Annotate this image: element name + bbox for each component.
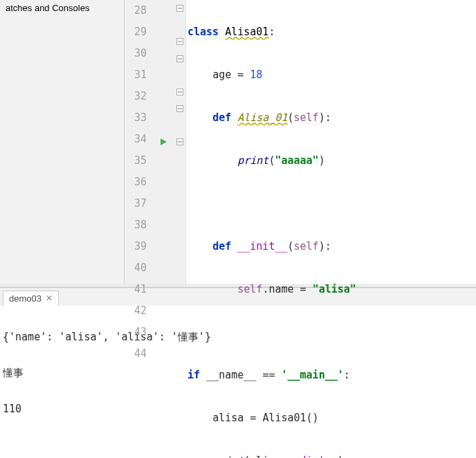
line-number: 30 [131,43,147,64]
upper-pane: atches and Consoles 28 29 30 31 32 33 34… [0,0,476,284]
line-number: 37 [131,193,147,214]
kw-if: if [187,369,200,381]
fold-icon[interactable] [176,84,183,100]
str-aaaaa: "aaaaa" [275,154,318,167]
fold-icon[interactable] [176,134,183,150]
field-age: age [212,68,231,81]
kw-def: def [212,240,231,253]
attr-dict: __dict__ [288,455,338,458]
fold-icon[interactable] [176,33,183,50]
run-icon[interactable] [159,134,167,150]
fn-init: __init__ [237,240,287,253]
var-alisa: alisa [212,412,244,424]
side-panel[interactable]: atches and Consoles [0,0,125,284]
line-number: 43 [131,322,147,343]
console-tab[interactable]: demo03 ✕ [3,291,59,306]
op-eq: == [262,369,275,381]
kw-def: def [212,111,231,124]
str-alisa: "alisa" [313,283,356,295]
line-number: 32 [131,86,147,107]
line-number: 38 [131,214,147,236]
line-number: 28 [131,0,147,21]
line-number: 42 [131,300,147,322]
line-number-column: 28 29 30 31 32 33 34 35 36 37 38 39 40 4… [125,0,152,284]
param-self: self [294,240,319,253]
editor-area[interactable]: 28 29 30 31 32 33 34 35 36 37 38 39 40 4… [125,0,476,284]
line-number: 33 [131,107,147,129]
close-icon[interactable]: ✕ [46,293,53,303]
fold-end-icon[interactable] [176,51,183,67]
fn-Alisa_01: Alisa_01 [237,111,287,124]
gutter-icon-column [152,0,174,284]
side-panel-item[interactable]: atches and Consoles [6,3,89,13]
line-number: 31 [131,64,147,86]
attr-name: name [268,283,293,295]
line-number: 35 [131,150,147,172]
call-Alisa01: Alisa01 [262,412,306,424]
fold-column [174,0,185,284]
param-self: self [294,111,319,124]
line-number: 29 [131,21,147,43]
code-content[interactable]: class Alisa01: age = 18 def Alisa_01(sel… [186,0,476,284]
dunder-name: __name__ [206,369,256,381]
editor-gutter[interactable]: 28 29 30 31 32 33 34 35 36 37 38 39 40 4… [125,0,186,284]
fold-icon[interactable] [176,0,183,17]
builtin-print: print [212,455,244,458]
line-number: 41 [131,279,147,300]
line-number: 34 [131,129,147,150]
self-ref: self [237,283,262,295]
svg-marker-0 [161,138,167,145]
console-tab-label: demo03 [9,293,42,304]
builtin-print: print [237,154,268,167]
num-18: 18 [250,68,262,81]
line-number: 36 [131,172,147,193]
var-alisa: alisa [250,455,281,458]
ide-root: atches and Consoles 28 29 30 31 32 33 34… [0,0,476,458]
line-number: 40 [131,257,147,279]
str-main: '__main__' [281,369,343,381]
line-number: 39 [131,236,147,257]
fold-end-icon[interactable] [176,100,183,117]
line-number: 44 [131,343,147,365]
cls-Alisa01: Alisa01 [225,26,268,38]
kw-class: class [187,26,219,38]
